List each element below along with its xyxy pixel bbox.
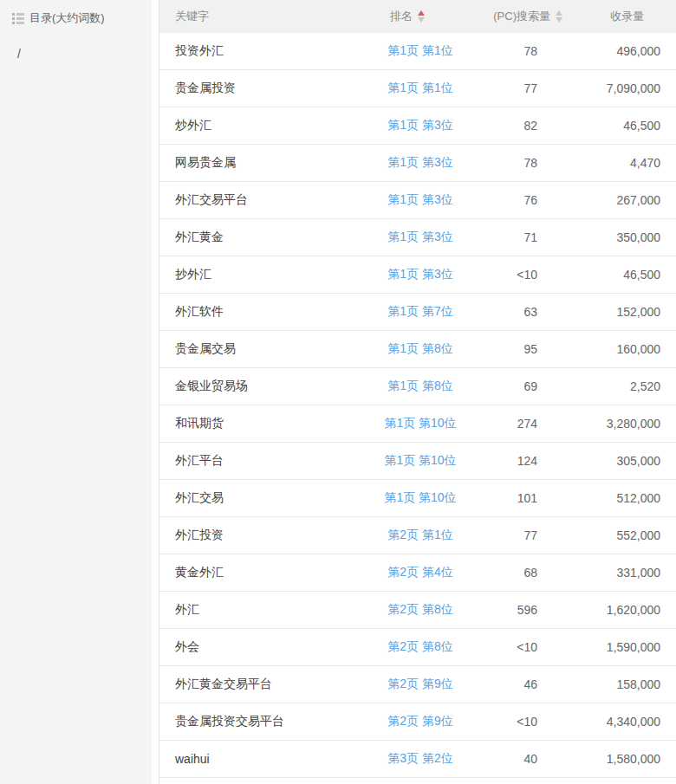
keyword-cell: waihui (159, 752, 378, 766)
rank-link[interactable]: 第1页 第8位 (387, 341, 452, 355)
indexed-cell: 1,590,000 (562, 640, 676, 654)
rank-link[interactable]: 第1页 第10位 (384, 453, 456, 467)
table-row: 外汇黄金交易平台 第2页 第9位 46 158,000 (159, 666, 676, 703)
rank-link[interactable]: 第1页 第10位 (384, 490, 456, 504)
keyword-cell: 黄金外汇 (159, 565, 378, 580)
indexed-cell: 3,280,000 (562, 417, 676, 431)
rank-link[interactable]: 第1页 第1位 (387, 81, 452, 94)
keyword-table: 关键字 排名 (PC)搜索量 收录量 投资外汇 第1页 第1位 78 496,0… (159, 0, 676, 784)
table-row: 贵金属投资 第1页 第1位 77 7,090,000 (159, 70, 676, 107)
rank-link[interactable]: 第1页 第3位 (387, 192, 452, 206)
column-header-rank[interactable]: 排名 (378, 9, 480, 24)
search-volume-cell: 40 (480, 752, 562, 766)
table-row: 外汇黄金 第1页 第3位 71 350,000 (159, 219, 676, 256)
sort-desc-icon[interactable] (418, 17, 425, 23)
indexed-cell: 552,000 (562, 528, 676, 542)
search-volume-cell: 77 (480, 81, 562, 95)
table-body: 投资外汇 第1页 第1位 78 496,000 贵金属投资 第1页 第1位 77… (159, 33, 676, 778)
indexed-cell: 331,000 (562, 566, 676, 580)
table-row: 和讯期货 第1页 第10位 274 3,280,000 (159, 405, 676, 443)
keyword-cell: 贵金属投资交易平台 (159, 714, 378, 729)
rank-link[interactable]: 第1页 第3位 (387, 155, 452, 169)
rank-link[interactable]: 第1页 第3位 (387, 230, 452, 243)
search-volume-cell: 77 (480, 528, 562, 542)
table-row: 外汇软件 第1页 第7位 63 152,000 (159, 294, 676, 331)
table-row: 黄金外汇 第2页 第4位 68 331,000 (159, 554, 676, 592)
table-row: 贵金属交易 第1页 第8位 95 160,000 (159, 331, 676, 368)
column-header-search-volume[interactable]: (PC)搜索量 (480, 9, 562, 24)
search-volume-cell: <10 (480, 268, 562, 282)
sidebar-title: 目录(大约词数) (29, 10, 105, 26)
indexed-cell: 46,500 (562, 268, 676, 282)
search-volume-cell: 95 (480, 342, 562, 356)
indexed-cell: 7,090,000 (562, 81, 676, 95)
sidebar-header: 目录(大约词数) (0, 0, 152, 35)
indexed-cell: 4,340,000 (562, 715, 676, 729)
keyword-cell: 贵金属投资 (159, 81, 378, 96)
table-header: 关键字 排名 (PC)搜索量 收录量 (159, 0, 676, 33)
rank-link[interactable]: 第1页 第1位 (387, 43, 452, 57)
table-row: 炒外汇 第1页 第3位 82 46,500 (159, 107, 676, 145)
rank-link[interactable]: 第2页 第8位 (387, 639, 452, 653)
sort-asc-icon[interactable] (556, 10, 562, 16)
indexed-cell: 267,000 (562, 193, 676, 207)
search-volume-cell: 274 (480, 417, 562, 431)
keyword-cell: 和讯期货 (159, 416, 378, 431)
table-row: 外汇平台 第1页 第10位 124 305,000 (159, 443, 676, 480)
keyword-cell: 外会 (159, 639, 378, 655)
search-volume-cell: 78 (480, 156, 562, 170)
keyword-cell: 网易贵金属 (159, 155, 378, 171)
keyword-cell: 贵金属交易 (159, 341, 378, 357)
keyword-cell: 外汇交易 (159, 490, 378, 506)
indexed-cell: 350,000 (562, 230, 676, 244)
table-row: waihui 第3页 第2位 40 1,580,000 (159, 741, 676, 778)
sort-asc-icon[interactable] (418, 10, 425, 16)
rank-link[interactable]: 第2页 第9位 (387, 714, 452, 728)
rank-link[interactable]: 第1页 第7位 (387, 304, 452, 318)
rank-link[interactable]: 第3页 第2位 (387, 751, 452, 765)
rank-link[interactable]: 第1页 第8位 (387, 379, 452, 392)
search-volume-cell: <10 (480, 715, 562, 729)
indexed-cell: 158,000 (562, 677, 676, 691)
list-icon (12, 11, 24, 26)
keyword-cell: 炒外汇 (159, 118, 378, 133)
keyword-cell: 投资外汇 (159, 43, 378, 59)
rank-sort-control[interactable] (418, 10, 425, 23)
table-row: 投资外汇 第1页 第1位 78 496,000 (159, 33, 676, 70)
rank-link[interactable]: 第2页 第9位 (387, 677, 452, 690)
indexed-cell: 496,000 (562, 44, 676, 58)
column-header-search-volume-label: (PC)搜索量 (493, 9, 550, 24)
rank-link[interactable]: 第2页 第8位 (387, 602, 452, 616)
search-volume-cell: 71 (480, 230, 562, 244)
sidebar-item-root[interactable]: / (0, 35, 152, 61)
column-header-indexed: 收录量 (562, 9, 676, 24)
indexed-cell: 1,580,000 (562, 752, 676, 766)
table-row: 贵金属投资交易平台 第2页 第9位 <10 4,340,000 (159, 703, 676, 741)
search-volume-cell: 101 (480, 491, 562, 505)
table-row: 金银业贸易场 第1页 第8位 69 2,520 (159, 368, 676, 405)
rank-link[interactable]: 第1页 第3位 (387, 118, 452, 132)
keyword-cell: 外汇 (159, 602, 378, 618)
keyword-cell: 外汇平台 (159, 453, 378, 469)
table-row: 外会 第2页 第8位 <10 1,590,000 (159, 629, 676, 666)
search-volume-sort-control[interactable] (556, 10, 562, 23)
column-header-rank-label: 排名 (390, 9, 413, 24)
rank-link[interactable]: 第2页 第4位 (387, 565, 452, 579)
search-volume-cell: 69 (480, 379, 562, 393)
rank-link[interactable]: 第1页 第10位 (384, 416, 456, 430)
table-row: 抄外汇 第1页 第3位 <10 46,500 (159, 256, 676, 294)
search-volume-cell: 78 (480, 44, 562, 58)
rank-link[interactable]: 第1页 第3位 (387, 267, 452, 281)
search-volume-cell: 63 (480, 305, 562, 319)
indexed-cell: 1,620,000 (562, 603, 676, 617)
rank-link[interactable]: 第2页 第1位 (387, 528, 452, 541)
indexed-cell: 305,000 (562, 454, 676, 468)
keyword-cell: 金银业贸易场 (159, 379, 378, 394)
search-volume-cell: 124 (480, 454, 562, 468)
keyword-cell: 外汇黄金交易平台 (159, 677, 378, 692)
indexed-cell: 512,000 (562, 491, 676, 505)
sort-desc-icon[interactable] (556, 17, 562, 23)
indexed-cell: 46,500 (562, 119, 676, 133)
keyword-cell: 外汇投资 (159, 528, 378, 543)
search-volume-cell: 596 (480, 603, 562, 617)
